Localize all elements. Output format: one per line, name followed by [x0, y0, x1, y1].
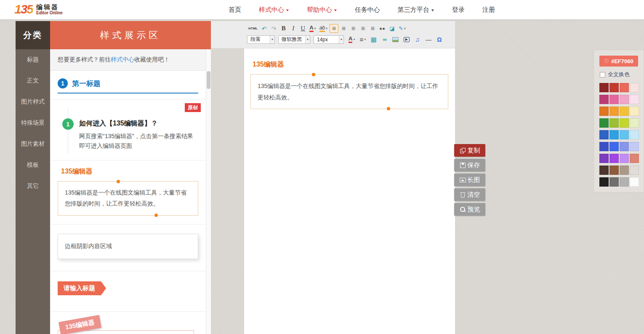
color-swatch[interactable]	[609, 166, 619, 175]
color-swatch[interactable]	[620, 130, 629, 139]
color-swatch[interactable]	[609, 154, 619, 163]
align-center-icon[interactable]: ≡ ▾	[339, 24, 348, 33]
align-right-icon[interactable]: ≡ ▾	[349, 24, 358, 33]
sidebar-item-other[interactable]: 其它	[16, 176, 50, 197]
color-swatch[interactable]	[599, 118, 609, 128]
sidebar-item-template[interactable]: 模板	[16, 155, 50, 176]
format-brush-icon[interactable]: ✎ ▾	[397, 24, 407, 33]
color-swatch[interactable]	[609, 95, 619, 104]
nav-item-help-center[interactable]: 帮助中心 ▼	[307, 6, 337, 14]
paragraph-select[interactable]: 段落 ▾	[247, 35, 275, 44]
color-swatch[interactable]	[609, 177, 619, 187]
nav-item-third-party[interactable]: 第三方平台 ▼	[398, 6, 434, 14]
highlight-color-icon[interactable]: ab ▾	[318, 24, 329, 33]
redo-icon[interactable]: ↷ ▾	[269, 24, 278, 33]
style-item-shadow-box[interactable]: 边框阴影内容区域	[50, 224, 206, 271]
font-color-icon[interactable]: A ▾	[308, 24, 317, 33]
underline-icon[interactable]: U ▾	[298, 24, 307, 33]
text-color-icon[interactable]: A ▾	[347, 35, 356, 44]
nav-item-register[interactable]: 注册 ▼	[482, 6, 495, 14]
toolbar-icon-glyph: HTML	[248, 27, 258, 30]
nav-item-style-center[interactable]: 样式中心 ▼	[259, 6, 289, 14]
color-swatch[interactable]	[630, 83, 639, 92]
bold-icon[interactable]: B ▾	[279, 24, 288, 33]
clear-button[interactable]: 清空	[454, 188, 485, 201]
color-swatch[interactable]	[609, 142, 619, 151]
full-text-recolor-checkbox[interactable]	[600, 72, 605, 77]
html-source-icon[interactable]: HTML ▾	[247, 24, 259, 33]
color-swatch[interactable]	[620, 118, 629, 128]
logo[interactable]: 135 编辑器 Editor Online	[14, 2, 63, 16]
color-swatch[interactable]	[630, 142, 639, 151]
indent-icon[interactable]: ≡ ▾	[368, 24, 377, 33]
nav-item-login[interactable]: 登录 ▼	[452, 6, 465, 14]
preview-button[interactable]: 预览	[454, 203, 485, 216]
nav-item-task-center[interactable]: 任务中心 ▼	[355, 6, 380, 14]
eraser-icon[interactable]: ◪ ▾	[388, 24, 397, 33]
color-swatch[interactable]	[609, 107, 619, 116]
style-item-ribbon-title[interactable]: 请输入标题	[50, 271, 206, 312]
horizontal-rule-icon[interactable]: — ▾	[424, 35, 433, 44]
style-item-guide[interactable]: 原创 1 如何进入【135编辑器】？ 网页搜索“135编辑器”，点击第一条搜索结…	[50, 100, 206, 160]
color-swatch[interactable]	[630, 177, 639, 187]
video-icon[interactable]: ▶ ▾	[402, 35, 411, 44]
insert-image-icon[interactable]: ▾	[391, 35, 400, 44]
color-swatch[interactable]	[620, 177, 629, 187]
current-color-button[interactable]: ♡ #EF7060	[599, 56, 638, 67]
sidebar-item-title[interactable]: 标题	[16, 49, 50, 70]
style-item-pink-card[interactable]: 135编辑器 135编辑器提供非常好用的微信图文编辑器。可以随心所欲的变换颜色调…	[50, 312, 206, 334]
color-swatch[interactable]	[599, 130, 609, 139]
scrollbar-thumb[interactable]	[207, 71, 210, 89]
color-swatch[interactable]	[630, 118, 639, 128]
find-replace-icon[interactable]: ◉◉ ▾	[378, 24, 387, 33]
color-swatch[interactable]	[630, 166, 639, 175]
sidebar-item-image-style[interactable]: 图片样式	[16, 91, 50, 112]
color-swatch[interactable]	[630, 107, 639, 116]
color-swatch[interactable]	[620, 83, 629, 92]
justify-icon[interactable]: ≡ ▾	[359, 24, 367, 33]
copy-button[interactable]: 复制	[454, 144, 485, 157]
save-button[interactable]: 保存	[454, 159, 485, 171]
color-swatch[interactable]	[599, 107, 609, 116]
style-panel-scrollbar[interactable]	[206, 49, 211, 334]
style-item-heading1[interactable]: 1 第一标题	[50, 71, 206, 100]
sidebar-item-special-scene[interactable]: 特殊场景	[16, 112, 50, 134]
italic-icon[interactable]: I ▾	[289, 24, 298, 33]
table-icon[interactable]: ▦ ▾	[369, 35, 378, 44]
color-swatch[interactable]	[620, 142, 629, 151]
undo-icon[interactable]: ↶ ▾	[260, 24, 269, 33]
color-swatch[interactable]	[599, 83, 609, 92]
color-swatch[interactable]	[599, 142, 609, 151]
align-left-icon[interactable]: ≡ ▾	[330, 24, 338, 33]
color-swatch[interactable]	[630, 95, 639, 104]
music-icon[interactable]: ♫ ▾	[413, 35, 422, 44]
color-swatch[interactable]	[620, 107, 629, 116]
color-swatch[interactable]	[599, 154, 609, 163]
editor-canvas[interactable]: 135编辑器 135编辑器是一个在线图文编辑工具，大量节省您排版的时间，让工作更…	[244, 48, 455, 334]
color-swatch[interactable]	[620, 154, 629, 163]
color-swatch[interactable]	[609, 130, 619, 139]
nav-item-home[interactable]: 首页 ▼	[229, 6, 241, 14]
font-size-select[interactable]: 14px ▾	[314, 35, 344, 44]
long-image-button[interactable]: 长图	[454, 174, 485, 186]
color-swatch[interactable]	[630, 154, 639, 163]
color-swatch[interactable]	[599, 95, 609, 104]
toolbar-icon-glyph: Ω	[437, 37, 442, 43]
color-swatch[interactable]	[599, 166, 609, 175]
magnifier-icon	[460, 206, 466, 213]
line-height-icon[interactable]: ≡ ▾	[358, 35, 367, 44]
full-text-recolor-toggle[interactable]: 全文换色	[600, 71, 638, 78]
color-swatch[interactable]	[620, 166, 629, 175]
special-char-icon[interactable]: Ω ▾	[435, 35, 444, 44]
color-swatch[interactable]	[599, 177, 609, 187]
sidebar-item-body-text[interactable]: 正文	[16, 70, 50, 91]
style-item-dotted-box[interactable]: 135编辑器 135编辑器是一个在线图文编辑工具，大量节省您排版的时间，让工作更…	[50, 160, 206, 224]
color-swatch[interactable]	[630, 130, 639, 139]
link-icon[interactable]: ∞ ▾	[380, 35, 389, 44]
sidebar-item-image-material[interactable]: 图片素材	[16, 134, 50, 155]
color-swatch[interactable]	[620, 95, 629, 104]
font-family-select[interactable]: 微软雅黑 ▾	[278, 35, 310, 44]
color-swatch[interactable]	[609, 83, 619, 92]
color-swatch[interactable]	[609, 118, 619, 128]
style-center-link[interactable]: 样式中心	[111, 56, 134, 63]
